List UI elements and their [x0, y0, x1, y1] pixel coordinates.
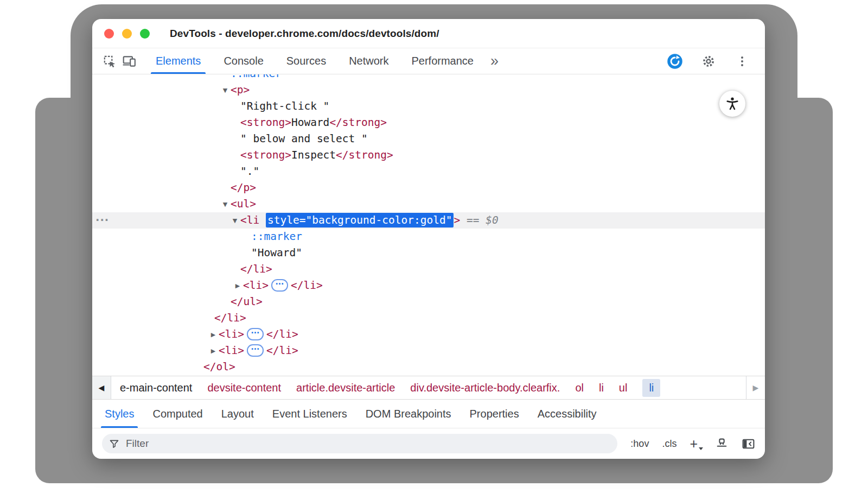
dom-tag[interactable]: </li> [266, 328, 298, 340]
dom-tree-row[interactable]: ▶<li>···</li> [92, 326, 765, 343]
dom-tree-row[interactable]: "." [92, 163, 765, 180]
stamp-icon[interactable] [715, 437, 729, 451]
filter-funnel-icon [108, 438, 120, 450]
breadcrumb-scroll-left-button[interactable]: ◀ [92, 376, 111, 399]
disclosure-expanded-icon[interactable]: ▼ [220, 197, 231, 213]
zoom-window-button[interactable] [140, 29, 150, 39]
dom-attribute-selected[interactable]: style="background-color:gold" [266, 213, 454, 227]
title-bar: DevTools - developer.chrome.com/docs/dev… [92, 19, 765, 48]
breadcrumb-item-devsite-content[interactable]: devsite-content [207, 382, 281, 394]
panel-tab-network[interactable]: Network [337, 48, 400, 74]
sidebar-tab-dom-breakpoints[interactable]: DOM Breakpoints [356, 400, 461, 428]
panel-tab-sources[interactable]: Sources [275, 48, 337, 74]
refresh-badge-icon[interactable] [666, 53, 684, 70]
sidebar-tab-styles[interactable]: Styles [95, 400, 143, 428]
dom-tree-row[interactable]: "Howard" [92, 245, 765, 261]
dom-tree-row[interactable]: </li> [92, 310, 765, 326]
toolbar-right-icons [666, 53, 756, 70]
device-toolbar-icon[interactable] [120, 53, 138, 70]
dom-text-node[interactable]: "." [240, 165, 259, 178]
breadcrumb-bar: ◀ e-main-contentdevsite-contentarticle.d… [92, 376, 765, 400]
row-actions-icon[interactable]: ··· [95, 212, 109, 229]
breadcrumb-item-li[interactable]: li [642, 379, 660, 397]
dom-tag[interactable]: </li> [240, 263, 272, 275]
dom-tag[interactable]: <li [240, 214, 266, 226]
toggle-element-state-button[interactable]: :hov [630, 438, 649, 450]
collapse-panel-icon[interactable] [742, 437, 755, 451]
breadcrumb-item-ol[interactable]: ol [575, 382, 584, 394]
breadcrumb-item-article.devsite-article[interactable]: article.devsite-article [296, 382, 395, 394]
ellipsis-expand-icon[interactable]: ··· [271, 279, 288, 292]
sidebar-tab-layout[interactable]: Layout [212, 400, 263, 428]
dom-tree-row[interactable]: ▼<ul> [92, 196, 765, 212]
dom-tree-row[interactable]: </li> [92, 261, 765, 277]
panel-tab-performance[interactable]: Performance [400, 48, 486, 74]
dom-tree-row[interactable]: ▶<li>···</li> [92, 343, 765, 359]
disclosure-expanded-icon[interactable]: ▼ [229, 213, 240, 229]
settings-gear-icon[interactable] [700, 53, 717, 70]
panel-tab-console[interactable]: Console [212, 48, 275, 74]
disclosure-collapsed-icon[interactable]: ▶ [208, 343, 219, 359]
minimize-window-button[interactable] [122, 29, 132, 39]
dom-tree-row[interactable]: " below and select " [92, 131, 765, 147]
panel-tab-elements[interactable]: Elements [144, 48, 212, 74]
breadcrumb-item-ul[interactable]: ul [619, 382, 628, 394]
disclosure-collapsed-icon[interactable]: ▶ [232, 278, 243, 294]
dom-text-node[interactable]: "Right-click " [240, 100, 329, 112]
breadcrumb-item-e-main-content[interactable]: e-main-content [120, 382, 192, 394]
dom-tree-row[interactable]: </p> [92, 180, 765, 196]
dom-tree-row[interactable]: ···▼<li style="background-color:gold"> =… [92, 212, 765, 229]
dom-text-node[interactable]: " below and select " [240, 132, 368, 145]
dom-tag[interactable]: </p> [231, 181, 256, 194]
dom-text-node[interactable]: Howard [291, 116, 329, 129]
dom-tree-row[interactable]: ▼<p> [92, 82, 765, 98]
close-window-button[interactable] [104, 29, 114, 39]
dom-tag[interactable]: </li> [291, 279, 323, 292]
dom-pseudo-element[interactable]: ::marker [231, 74, 282, 80]
dom-text-node[interactable]: "Howard" [251, 246, 302, 259]
filter-input[interactable] [125, 437, 611, 450]
sidebar-tab-properties[interactable]: Properties [461, 400, 528, 428]
inspect-element-icon[interactable] [101, 53, 118, 70]
accessibility-button[interactable] [719, 91, 745, 117]
dom-tag[interactable]: <ul> [231, 198, 256, 210]
dom-tag[interactable]: </li> [214, 312, 246, 324]
dom-tree-row[interactable]: ▶<li>···</li> [92, 277, 765, 294]
more-tabs-icon[interactable]: » [490, 48, 499, 74]
ellipsis-expand-icon[interactable]: ··· [247, 328, 264, 340]
dom-tag[interactable]: </ol> [203, 361, 235, 373]
disclosure-collapsed-icon[interactable]: ▶ [208, 327, 219, 343]
dom-pseudo-element[interactable]: ::marker [251, 230, 302, 243]
dom-tag[interactable]: > [454, 214, 460, 226]
dom-tag[interactable]: </strong> [336, 149, 393, 161]
sidebar-tab-event-listeners[interactable]: Event Listeners [263, 400, 356, 428]
breadcrumb-scroll-right-button[interactable]: ▶ [746, 376, 765, 399]
dom-tree-row[interactable]: "Right-click " [92, 98, 765, 115]
sidebar-tabs: StylesComputedLayoutEvent ListenersDOM B… [92, 400, 765, 428]
dom-tree-row[interactable]: <strong>Howard</strong> [92, 115, 765, 131]
dom-tag[interactable]: <strong> [240, 149, 291, 161]
dom-tag[interactable]: <li> [219, 328, 244, 340]
breadcrumb-item-li[interactable]: li [599, 382, 604, 394]
disclosure-expanded-icon[interactable]: ▼ [220, 83, 231, 99]
sidebar-tab-accessibility[interactable]: Accessibility [528, 400, 606, 428]
dom-tag[interactable]: <strong> [240, 116, 291, 129]
breadcrumb-item-div.devsite-article-body.clearfix.[interactable]: div.devsite-article-body.clearfix. [410, 382, 560, 394]
ellipsis-expand-icon[interactable]: ··· [247, 344, 264, 357]
element-classes-button[interactable]: .cls [662, 438, 676, 450]
dom-tree-row[interactable]: </ol> [92, 359, 765, 375]
dom-tag[interactable]: <p> [231, 84, 250, 96]
kebab-menu-icon[interactable] [733, 53, 751, 70]
dom-tree-row[interactable]: ::marker [92, 74, 765, 82]
new-style-rule-button[interactable]: + [690, 437, 702, 451]
dom-tree-row[interactable]: </ul> [92, 294, 765, 310]
dom-tag[interactable]: </strong> [329, 116, 387, 129]
dom-tree-row[interactable]: <strong>Inspect</strong> [92, 147, 765, 163]
dom-tag[interactable]: <li> [219, 344, 244, 357]
dom-text-node[interactable]: Inspect [291, 149, 336, 161]
dom-tree-row[interactable]: ::marker [92, 229, 765, 245]
dom-tag[interactable]: </ul> [231, 295, 263, 308]
dom-tag[interactable]: </li> [266, 344, 298, 357]
dom-tag[interactable]: <li> [243, 279, 269, 292]
sidebar-tab-computed[interactable]: Computed [143, 400, 212, 428]
